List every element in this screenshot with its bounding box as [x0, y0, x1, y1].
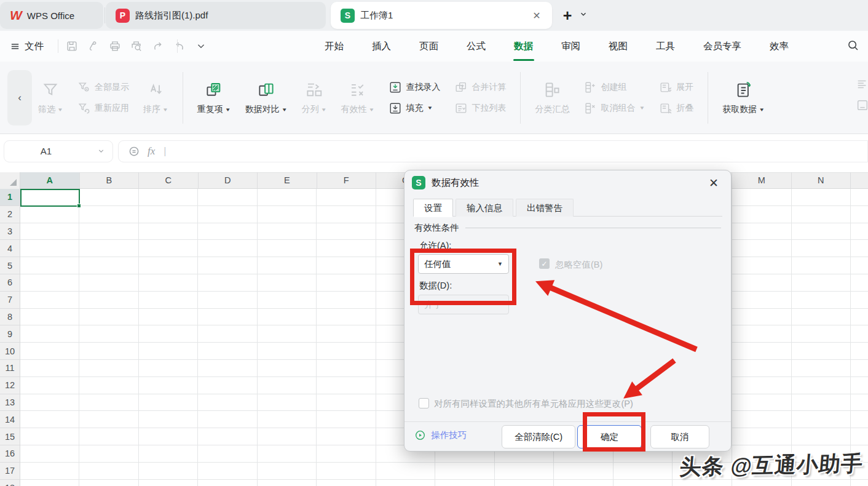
column-header-D[interactable]: D	[199, 172, 258, 188]
row-header-6[interactable]: 6	[0, 274, 20, 292]
ribbon-group-separator	[183, 72, 183, 124]
print-icon[interactable]	[108, 39, 122, 53]
row-header-8[interactable]: 8	[0, 309, 20, 326]
menu-tab-会员专享[interactable]: 会员专享	[703, 38, 742, 55]
ribbon-button-取消组合: 取消组合▼	[583, 102, 645, 115]
row-header-5[interactable]: 5	[0, 257, 20, 274]
funnel-eye-icon	[77, 81, 91, 94]
ribbon-button-分列: 分列▼	[302, 80, 327, 115]
row-header-11[interactable]: 11	[0, 360, 20, 377]
print-preview-icon[interactable]	[130, 39, 143, 53]
dialog-tab-settings[interactable]: 设置	[413, 199, 453, 217]
get-data-icon	[735, 80, 753, 100]
row-header-2[interactable]: 2	[0, 206, 20, 223]
wps-logo-icon: W	[10, 8, 22, 23]
row-header-3[interactable]: 3	[0, 223, 20, 241]
row-header-14[interactable]: 14	[0, 411, 20, 428]
name-box-chevron-icon[interactable]	[97, 147, 105, 155]
menu-tab-工具[interactable]: 工具	[655, 38, 676, 55]
ribbon-button-填充[interactable]: 填充▼	[389, 102, 440, 115]
window-tab-bar: W WPS Office P 路线指引图(1).pdf S 工作簿1 ✕ +	[0, 0, 868, 31]
dialog-tab-error-alert[interactable]: 出错警告	[516, 199, 574, 217]
create-group-icon	[583, 81, 597, 94]
redo-icon[interactable]	[151, 39, 165, 53]
operation-tips-label: 操作技巧	[431, 429, 467, 441]
wps-home-tab[interactable]: W WPS Office	[0, 2, 103, 29]
document-tab-pdf[interactable]: P 路线指引图(1).pdf	[106, 2, 326, 29]
cancel-button[interactable]: 取消	[650, 425, 709, 448]
play-icon	[414, 429, 426, 441]
search-icon[interactable]	[846, 39, 859, 52]
row-header-16[interactable]: 16	[0, 445, 20, 463]
formula-bar: A1 fx |	[0, 134, 868, 172]
name-box[interactable]: A1	[4, 140, 113, 162]
column-header-C[interactable]: C	[139, 172, 199, 188]
row-header-17[interactable]: 17	[0, 463, 20, 480]
export-pdf-icon[interactable]	[87, 39, 100, 53]
clear-all-button[interactable]: 全部清除(C)	[502, 425, 575, 448]
column-header-M[interactable]: M	[732, 172, 792, 188]
row-header-15[interactable]: 15	[0, 428, 20, 445]
tab-list-chevron-icon[interactable]	[579, 10, 588, 18]
column-header-E[interactable]: E	[258, 172, 317, 188]
ribbon-collapse-button[interactable]: ‹	[7, 70, 32, 125]
tab-separator	[105, 7, 105, 23]
row-header-1[interactable]: 1	[0, 189, 20, 206]
chevron-down-icon[interactable]	[194, 39, 208, 53]
ribbon-button-重复项[interactable]: 重复项▼	[197, 80, 231, 115]
menu-items: 开始插入页面公式数据审阅视图工具会员专享效率	[324, 31, 789, 62]
document-tab-spreadsheet[interactable]: S 工作簿1 ✕	[331, 2, 552, 29]
menu-tab-审阅[interactable]: 审阅	[561, 38, 581, 55]
menu-tab-开始[interactable]: 开始	[324, 38, 344, 55]
row-header-18[interactable]: 18	[0, 480, 20, 486]
select-all-corner[interactable]	[0, 172, 20, 189]
dialog-tab-input-message[interactable]: 输入信息	[456, 199, 513, 217]
insert-function-icon[interactable]	[128, 146, 140, 157]
compare-icon	[257, 80, 275, 100]
menu-tab-插入[interactable]: 插入	[371, 38, 392, 55]
column-header-A[interactable]: A	[20, 172, 80, 188]
selected-cell-a1[interactable]	[20, 189, 80, 207]
formula-input[interactable]: fx |	[118, 140, 868, 162]
spreadsheet-file-icon: S	[412, 176, 425, 189]
menu-tab-视图[interactable]: 视图	[608, 38, 628, 55]
undo-icon[interactable]	[173, 39, 186, 53]
row-header-12[interactable]: 12	[0, 377, 20, 394]
menu-separator	[58, 39, 58, 53]
apply-all-checkbox[interactable]	[419, 398, 429, 408]
footer-divider	[404, 421, 731, 422]
new-tab-button[interactable]: +	[558, 6, 577, 25]
ribbon-button-查找录入[interactable]: 查找录入	[389, 81, 440, 94]
column-header-B[interactable]: B	[80, 172, 140, 188]
operation-tips-link[interactable]: 操作技巧	[414, 429, 467, 441]
ribbon-button-有效性: 有效性▼	[341, 80, 375, 115]
row-header-7[interactable]: 7	[0, 292, 20, 309]
ribbon-button-数据对比[interactable]: 数据对比▼	[245, 80, 288, 115]
row-header-10[interactable]: 10	[0, 343, 20, 360]
dialog-close-icon[interactable]: ✕	[706, 175, 721, 190]
fill-handle[interactable]	[77, 204, 81, 208]
column-header-N[interactable]: N	[792, 172, 851, 188]
row-header-13[interactable]: 13	[0, 394, 20, 412]
spreadsheet-tab-label: 工作簿1	[360, 10, 393, 22]
row-header-9[interactable]: 9	[0, 325, 20, 343]
menu-tab-效率[interactable]: 效率	[769, 38, 789, 55]
menu-tab-页面[interactable]: 页面	[419, 38, 439, 55]
row-header-4[interactable]: 4	[0, 240, 20, 257]
ribbon-group-separator	[520, 72, 521, 124]
name-box-value: A1	[4, 146, 88, 156]
close-tab-icon[interactable]: ✕	[530, 9, 543, 22]
menu-tab-公式[interactable]: 公式	[466, 38, 486, 55]
validity-icon	[349, 80, 367, 100]
ribbon-button-分类汇总: 分类汇总	[535, 80, 569, 115]
ribbon-button-获取数据[interactable]: 获取数据▼	[722, 80, 765, 115]
menu-tab-数据[interactable]: 数据	[513, 38, 534, 55]
ribbon-button-重新应用: 重新应用	[77, 102, 129, 115]
save-icon[interactable]	[65, 39, 79, 53]
ribbon-button-折叠: 折叠	[659, 102, 693, 115]
file-menu-button[interactable]: 文件	[10, 38, 44, 54]
ungroup-icon	[583, 102, 597, 115]
menu-separator	[177, 39, 178, 53]
column-header-F[interactable]: F	[317, 172, 377, 188]
column-header-partial[interactable]	[851, 172, 868, 188]
